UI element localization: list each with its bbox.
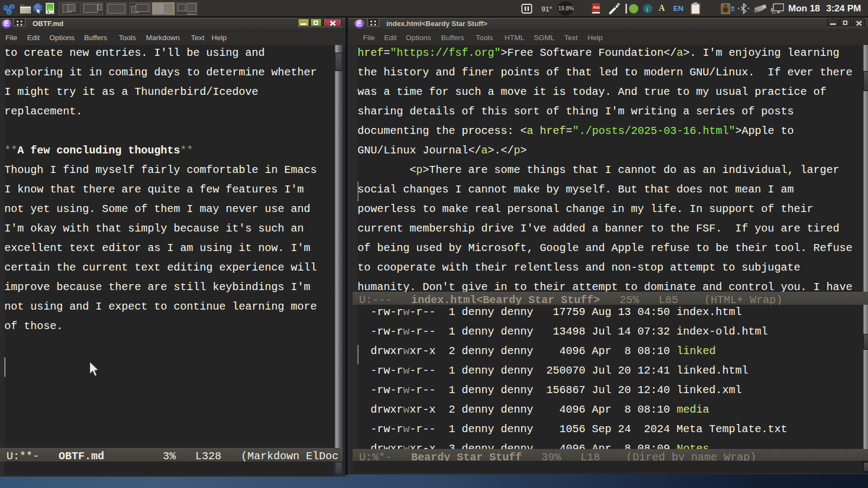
svg-text:Abc: Abc: [593, 5, 600, 9]
svg-text:i: i: [646, 5, 648, 13]
